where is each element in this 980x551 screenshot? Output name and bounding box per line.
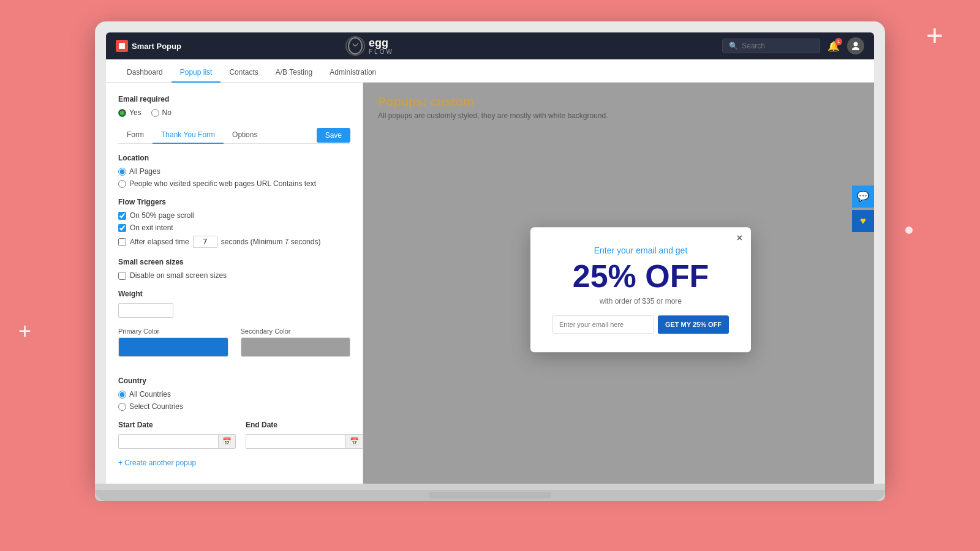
country-label: Country	[118, 377, 350, 385]
tab-administration[interactable]: Administration	[321, 63, 385, 83]
heart-float-button[interactable]: ♥	[852, 210, 874, 232]
location-specific-pages[interactable]: People who visited specific web pages UR…	[118, 179, 350, 188]
popup-headline: Enter your email and get	[552, 246, 729, 255]
popup-close-button[interactable]: ×	[737, 233, 742, 243]
popup-discount: 25% OFF	[552, 260, 729, 292]
sub-tab-options[interactable]: Options	[224, 127, 266, 144]
egg-logo-text: egg	[369, 37, 394, 48]
email-required-section: Email required Yes No	[118, 95, 350, 117]
left-panel: Email required Yes No	[106, 83, 363, 484]
main-content: Email required Yes No	[106, 83, 874, 484]
tab-ab-testing[interactable]: A/B Testing	[267, 63, 321, 83]
location-all-pages[interactable]: All Pages	[118, 167, 350, 176]
start-date-label: Start Date	[118, 421, 236, 429]
flow-triggers-group: On 50% page scroll On exit intent After …	[118, 211, 350, 248]
laptop-base-bottom	[95, 490, 885, 501]
create-popup-link[interactable]: + Create another popup	[118, 459, 350, 467]
svg-rect-0	[119, 43, 122, 46]
preview-subtitle: All popups are customly styled, they are…	[378, 111, 859, 120]
radio-yes[interactable]: Yes	[118, 108, 141, 117]
egg-logo-sub: FLOW	[369, 48, 394, 55]
country-section: Country All Countries Select Countries	[118, 377, 350, 411]
user-avatar[interactable]	[847, 37, 864, 54]
start-date-input[interactable]	[119, 435, 218, 448]
save-button[interactable]: Save	[317, 128, 350, 143]
end-date-input[interactable]	[246, 435, 345, 448]
country-options: All Countries Select Countries	[118, 390, 350, 411]
search-input[interactable]	[742, 42, 813, 50]
search-box[interactable]: 🔍	[722, 39, 820, 53]
email-required-label: Email required	[118, 95, 350, 103]
tab-popup-list[interactable]: Popup list	[172, 63, 221, 83]
start-date-input-wrap: 📅	[118, 434, 236, 449]
primary-color-field: Primary Color	[118, 328, 228, 357]
brand: Smart Popup	[116, 40, 181, 52]
weight-section: Weight	[118, 290, 350, 318]
right-panel: Popups: custom All popups are customly s…	[363, 83, 874, 484]
trigger-elapsed-checkbox[interactable]	[118, 238, 126, 246]
egg-logo-icon	[345, 36, 365, 56]
start-date-calendar-icon[interactable]: 📅	[218, 435, 235, 448]
decorative-dot	[905, 227, 913, 234]
tab-dashboard[interactable]: Dashboard	[118, 63, 172, 83]
small-screen-label: Small screen sizes	[118, 258, 350, 266]
secondary-color-swatch[interactable]	[241, 337, 351, 357]
disable-small-screen[interactable]: Disable on small screen sizes	[118, 271, 350, 280]
svg-rect-2	[119, 46, 122, 49]
trigger-scroll[interactable]: On 50% page scroll	[118, 211, 350, 220]
laptop-container: Smart Popup egg FLOW	[95, 21, 885, 523]
chat-icon: 💬	[857, 190, 869, 202]
decorative-plus-left: +	[18, 318, 31, 344]
nav-tabs: Dashboard Popup list Contacts A/B Testin…	[106, 59, 874, 83]
secondary-color-field: Secondary Color	[241, 328, 351, 357]
select-countries[interactable]: Select Countries	[118, 402, 350, 411]
location-section: Location All Pages People who visited sp…	[118, 154, 350, 188]
brand-label: Smart Popup	[132, 42, 181, 51]
svg-rect-1	[122, 43, 125, 46]
end-date-label: End Date	[246, 421, 363, 429]
heart-icon: ♥	[860, 216, 866, 227]
trigger-exit[interactable]: On exit intent	[118, 223, 350, 232]
svg-rect-3	[122, 46, 125, 49]
preview-title: Popups: custom	[378, 95, 859, 109]
topbar: Smart Popup egg FLOW	[106, 32, 874, 59]
laptop-screen: Smart Popup egg FLOW	[106, 32, 874, 484]
end-date-calendar-icon[interactable]: 📅	[345, 435, 363, 448]
notification-button[interactable]: 🔔 1	[827, 40, 840, 52]
all-countries[interactable]: All Countries	[118, 390, 350, 399]
flow-triggers-label: Flow Triggers	[118, 198, 350, 206]
color-row: Primary Color Secondary Color	[118, 328, 350, 357]
flow-triggers-section: Flow Triggers On 50% page scroll On exit…	[118, 198, 350, 248]
end-date-input-wrap: 📅	[246, 434, 363, 449]
egg-flow-logo: egg FLOW	[345, 36, 394, 56]
end-date-field: End Date 📅	[246, 421, 363, 449]
brand-icon	[116, 40, 128, 52]
radio-no[interactable]: No	[151, 108, 172, 117]
small-screen-section: Small screen sizes Disable on small scre…	[118, 258, 350, 280]
date-row: Start Date 📅 End Date 📅	[118, 421, 350, 449]
popup-modal: × Enter your email and get 25% OFF with …	[530, 227, 751, 352]
trigger-elapsed-row: After elapsed time seconds (Minimum 7 se…	[118, 236, 350, 248]
sub-tab-form[interactable]: Form	[118, 127, 153, 144]
email-required-radio-group: Yes No	[118, 108, 350, 117]
sub-tab-thank-you-form[interactable]: Thank You Form	[153, 127, 224, 144]
start-date-field: Start Date 📅	[118, 421, 236, 449]
weight-label: Weight	[118, 290, 350, 298]
primary-color-label: Primary Color	[118, 328, 228, 335]
laptop-body: Smart Popup egg FLOW	[95, 21, 885, 484]
elapsed-time-input[interactable]	[193, 236, 217, 248]
sub-tabs: Form Thank You Form Options Save	[118, 127, 350, 144]
floating-buttons: 💬 ♥	[852, 186, 874, 232]
popup-email-input[interactable]	[552, 315, 654, 334]
decorative-plus-top: +	[926, 18, 943, 52]
primary-color-swatch[interactable]	[118, 337, 228, 357]
popup-cta-button[interactable]: GET MY 25% OFF	[658, 315, 729, 334]
location-options: All Pages People who visited specific we…	[118, 167, 350, 188]
search-icon: 🔍	[729, 42, 738, 50]
tab-contacts[interactable]: Contacts	[221, 63, 266, 83]
chat-float-button[interactable]: 💬	[852, 186, 874, 208]
laptop-base	[95, 484, 885, 501]
secondary-color-label: Secondary Color	[241, 328, 351, 335]
weight-input[interactable]	[118, 303, 173, 318]
topbar-logo: egg FLOW	[345, 36, 394, 56]
